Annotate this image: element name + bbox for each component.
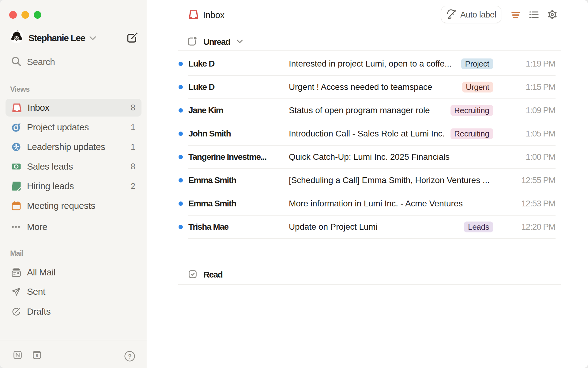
svg-text:?: ? xyxy=(128,353,132,360)
svg-text:6: 6 xyxy=(36,353,38,358)
